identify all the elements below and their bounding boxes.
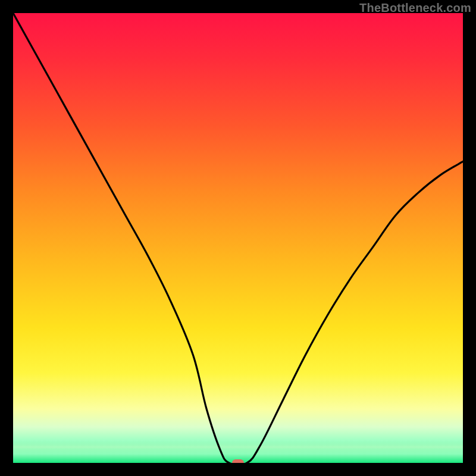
bottleneck-chart: TheBottleneck.com [0,0,476,476]
curve-svg [13,13,463,463]
optimal-point-marker [232,459,244,463]
plot-area [13,13,463,463]
bottleneck-curve-path [13,13,463,463]
